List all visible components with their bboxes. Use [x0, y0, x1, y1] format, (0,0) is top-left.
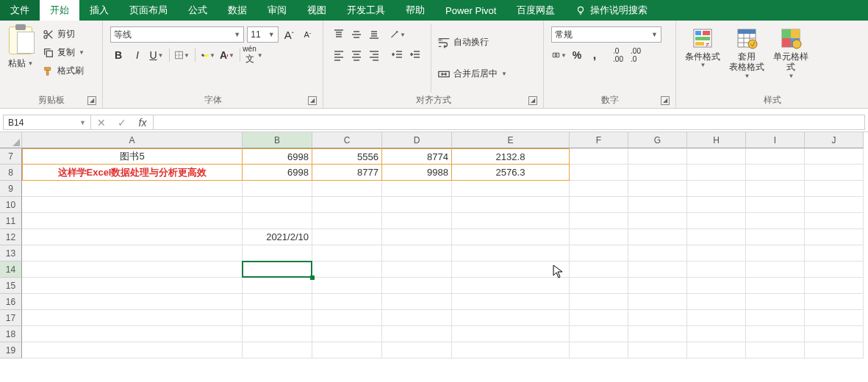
cell-C15[interactable] [312, 278, 382, 294]
tab-power-pivot[interactable]: Power Pivot [435, 0, 506, 21]
cell-D18[interactable] [382, 326, 452, 342]
cell-E9[interactable] [452, 181, 570, 197]
cell-E11[interactable] [452, 213, 570, 229]
fill-color-button[interactable]: ▼ [200, 47, 216, 63]
number-dialog-launcher[interactable]: ◢ [661, 96, 670, 105]
cell-J19[interactable] [805, 342, 864, 358]
cell-C14[interactable] [312, 262, 382, 278]
cell-C18[interactable] [312, 326, 382, 342]
cell-F17[interactable] [570, 310, 628, 326]
cell-A19[interactable] [22, 342, 243, 358]
cell-F18[interactable] [570, 326, 628, 342]
cell-A10[interactable] [22, 197, 243, 213]
column-header-J[interactable]: J [805, 132, 864, 148]
cell-E12[interactable] [452, 229, 570, 245]
comma-button[interactable]: , [587, 47, 603, 63]
cell-A13[interactable] [22, 245, 243, 262]
column-header-D[interactable]: D [382, 132, 452, 148]
cell-B19[interactable] [243, 342, 312, 358]
select-all-corner[interactable] [0, 132, 22, 148]
cell-G12[interactable] [628, 229, 687, 245]
cell-B7[interactable]: 6998 [243, 148, 312, 165]
cell-F19[interactable] [570, 342, 628, 358]
tab-developer[interactable]: 开发工具 [337, 0, 395, 21]
cell-A12[interactable] [22, 229, 243, 245]
cell-styles-button[interactable]: 单元格样式▼ [770, 26, 811, 90]
cell-A15[interactable] [22, 278, 243, 294]
row-header-13[interactable]: 13 [0, 245, 22, 262]
cell-G11[interactable] [628, 213, 687, 229]
cell-C11[interactable] [312, 213, 382, 229]
cell-D11[interactable] [382, 213, 452, 229]
column-header-C[interactable]: C [312, 132, 382, 148]
wrap-text-button[interactable]: ab 自动换行 [433, 34, 512, 51]
cell-I9[interactable] [746, 181, 805, 197]
bold-button[interactable]: B [110, 47, 126, 63]
cell-H11[interactable] [687, 213, 746, 229]
tab-file[interactable]: 文件 [0, 0, 40, 21]
row-header-14[interactable]: 14 [0, 262, 22, 278]
merge-center-button[interactable]: 合并后居中▼ [433, 65, 512, 83]
cell-G16[interactable] [628, 294, 687, 310]
align-center-button[interactable] [348, 47, 365, 63]
format-painter-button[interactable]: 格式刷 [40, 63, 87, 79]
row-header-11[interactable]: 11 [0, 213, 22, 229]
cell-B18[interactable] [243, 326, 312, 342]
percent-button[interactable]: % [569, 47, 585, 63]
cell-H9[interactable] [687, 181, 746, 197]
cell-D7[interactable]: 8774 [382, 148, 452, 165]
cell-I14[interactable] [746, 262, 805, 278]
cell-J11[interactable] [805, 213, 864, 229]
tab-insert[interactable]: 插入 [79, 0, 119, 21]
cell-I18[interactable] [746, 326, 805, 342]
cell-I7[interactable] [746, 148, 805, 165]
cell-J14[interactable] [805, 262, 864, 278]
cell-D8[interactable]: 9988 [382, 165, 452, 181]
cell-F11[interactable] [570, 213, 628, 229]
cell-A9[interactable] [22, 181, 243, 197]
font-size-combo[interactable]: 11▼ [247, 26, 279, 43]
accounting-format-button[interactable]: ▼ [551, 47, 567, 63]
cell-A14[interactable] [22, 262, 243, 278]
cell-H7[interactable] [687, 148, 746, 165]
cell-G18[interactable] [628, 326, 687, 342]
row-header-18[interactable]: 18 [0, 326, 22, 342]
cell-H19[interactable] [687, 342, 746, 358]
clipboard-dialog-launcher[interactable]: ◢ [87, 96, 96, 105]
cell-B10[interactable] [243, 197, 312, 213]
tab-formulas[interactable]: 公式 [178, 0, 218, 21]
cell-F15[interactable] [570, 278, 628, 294]
increase-font-button[interactable]: Aˆ [281, 26, 297, 43]
font-name-combo[interactable]: 等线▼ [110, 26, 244, 43]
cell-J15[interactable] [805, 278, 864, 294]
orientation-button[interactable]: ▼ [390, 26, 406, 43]
cell-H12[interactable] [687, 229, 746, 245]
cell-H16[interactable] [687, 294, 746, 310]
column-header-A[interactable]: A [22, 132, 243, 148]
cell-J17[interactable] [805, 310, 864, 326]
cell-A8[interactable]: 这样学Excel数据处理与分析更高效 [22, 165, 243, 181]
cell-J9[interactable] [805, 181, 864, 197]
cell-D16[interactable] [382, 294, 452, 310]
insert-function-button[interactable]: fx [132, 115, 153, 129]
tab-page-layout[interactable]: 页面布局 [119, 0, 178, 21]
align-middle-button[interactable] [348, 26, 365, 43]
cell-J10[interactable] [805, 197, 864, 213]
row-header-17[interactable]: 17 [0, 310, 22, 326]
cell-E17[interactable] [452, 310, 570, 326]
cell-H18[interactable] [687, 326, 746, 342]
font-dialog-launcher[interactable]: ◢ [308, 96, 317, 105]
row-header-9[interactable]: 9 [0, 181, 22, 197]
cell-J7[interactable] [805, 148, 864, 165]
row-header-16[interactable]: 16 [0, 294, 22, 310]
cell-F7[interactable] [570, 148, 628, 165]
cell-A18[interactable] [22, 326, 243, 342]
cell-G8[interactable] [628, 165, 687, 181]
tab-help[interactable]: 帮助 [395, 0, 435, 21]
cell-D10[interactable] [382, 197, 452, 213]
row-header-8[interactable]: 8 [0, 165, 22, 181]
cell-G9[interactable] [628, 181, 687, 197]
increase-indent-button[interactable] [407, 47, 423, 63]
cell-C8[interactable]: 8777 [312, 165, 382, 181]
cell-C10[interactable] [312, 197, 382, 213]
